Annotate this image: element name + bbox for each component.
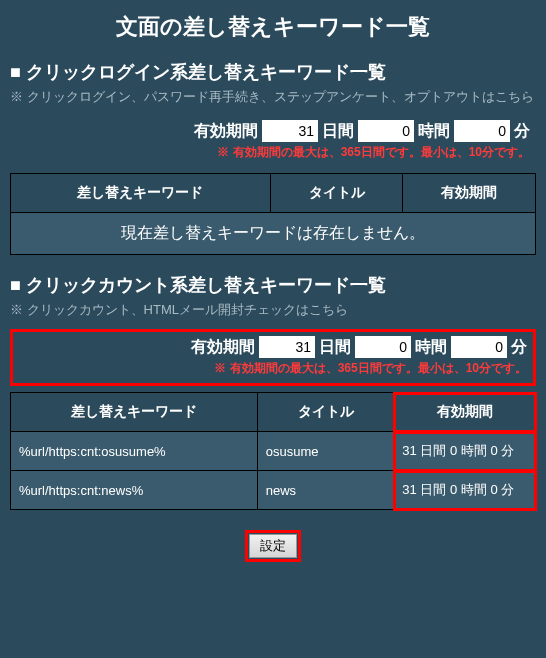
col-title: タイトル [270,174,403,213]
section1-title: ■ クリックログイン系差し替えキーワード一覧 [10,60,536,84]
cell-title: news [257,471,394,510]
hours-input[interactable] [355,336,411,358]
col-validity: 有効期間 [403,174,536,213]
hours-unit: 時間 [418,121,450,142]
section2-validity-caption: ※ 有効期間の最大は、365日間です。最小は、10分です。 [13,360,533,383]
settings-button-highlight: 設定 [245,530,301,562]
button-wrap: 設定 [10,530,536,562]
section-click-count: ■ クリックカウント系差し替えキーワード一覧 ※ クリックカウント、HTMLメー… [10,273,536,510]
minutes-input[interactable] [451,336,507,358]
table-header-row: 差し替えキーワード タイトル 有効期間 [11,174,536,213]
minutes-input[interactable] [454,120,510,142]
section1-table: 差し替えキーワード タイトル 有効期間 現在差し替えキーワードは存在しません。 [10,173,536,255]
section1-note: ※ クリックログイン、パスワード再手続き、ステップアンケート、オプトアウトはこち… [10,88,536,106]
settings-button[interactable]: 設定 [249,534,297,558]
cell-validity: 31 日間 0 時間 0 分 [394,471,536,510]
section1-validity-caption: ※ 有効期間の最大は、365日間です。最小は、10分です。 [10,144,536,167]
days-input[interactable] [259,336,315,358]
table-row: %url/https:cnt:news% news 31 日間 0 時間 0 分 [11,471,536,510]
section1-validity-row: 有効期間 日間 時間 分 [10,116,536,144]
days-unit: 日間 [322,121,354,142]
validity-label: 有効期間 [191,337,255,358]
col-keyword: 差し替えキーワード [11,174,271,213]
table-row: 現在差し替えキーワードは存在しません。 [11,213,536,255]
table-header-row: 差し替えキーワード タイトル 有効期間 [11,393,536,432]
col-validity: 有効期間 [394,393,536,432]
days-unit: 日間 [319,337,351,358]
hours-unit: 時間 [415,337,447,358]
days-input[interactable] [262,120,318,142]
cell-keyword: %url/https:cnt:osusume% [11,432,258,471]
col-title: タイトル [257,393,394,432]
cell-keyword: %url/https:cnt:news% [11,471,258,510]
page-title: 文面の差し替えキーワード一覧 [10,12,536,42]
empty-message: 現在差し替えキーワードは存在しません。 [11,213,536,255]
section2-note: ※ クリックカウント、HTMLメール開封チェックはこちら [10,301,536,319]
cell-validity: 31 日間 0 時間 0 分 [394,432,536,471]
section2-title: ■ クリックカウント系差し替えキーワード一覧 [10,273,536,297]
section2-table: 差し替えキーワード タイトル 有効期間 %url/https:cnt:osusu… [10,392,536,510]
hours-input[interactable] [358,120,414,142]
validity-label: 有効期間 [194,121,258,142]
section2-validity-highlight: 有効期間 日間 時間 分 ※ 有効期間の最大は、365日間です。最小は、10分で… [10,329,536,386]
table-row: %url/https:cnt:osusume% osusume 31 日間 0 … [11,432,536,471]
section1-validity-block: 有効期間 日間 時間 分 ※ 有効期間の最大は、365日間です。最小は、10分で… [10,116,536,167]
minutes-unit: 分 [514,121,530,142]
section2-validity-row: 有効期間 日間 時間 分 [13,332,533,360]
cell-title: osusume [257,432,394,471]
col-keyword: 差し替えキーワード [11,393,258,432]
minutes-unit: 分 [511,337,527,358]
section-click-login: ■ クリックログイン系差し替えキーワード一覧 ※ クリックログイン、パスワード再… [10,60,536,255]
